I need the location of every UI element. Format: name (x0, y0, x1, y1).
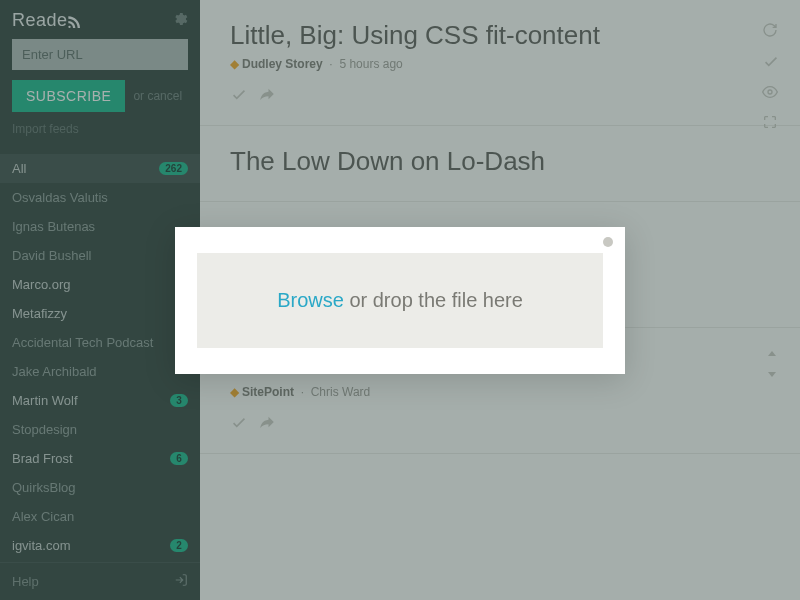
dropzone[interactable]: Browse or drop the file here (197, 253, 603, 348)
dropzone-text: or drop the file here (344, 289, 523, 311)
upload-modal: Browse or drop the file here (175, 227, 625, 374)
browse-link[interactable]: Browse (277, 289, 344, 311)
close-icon[interactable] (603, 237, 613, 247)
modal-overlay[interactable]: Browse or drop the file here (0, 0, 800, 600)
